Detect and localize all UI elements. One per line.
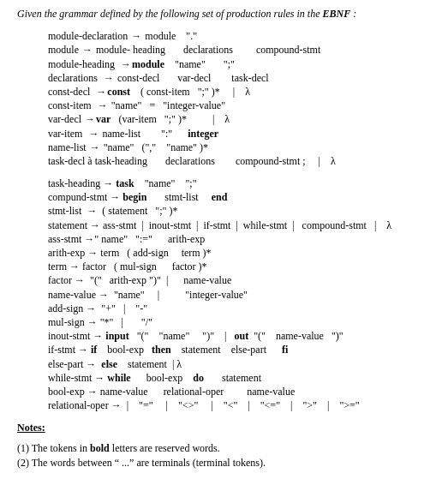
grammar-rule: mul-sign → "*" | "/" bbox=[48, 315, 431, 329]
grammar-rule: name-list → "name" ("," "name" )* bbox=[48, 141, 431, 154]
grammar-rule: add-sign → "+" | "-" bbox=[48, 302, 431, 315]
title-line: Given the grammar defined by the followi… bbox=[17, 7, 431, 21]
grammar-rule: while-stmt → while bool-exp do statement bbox=[48, 371, 431, 385]
grammar-rule: declarations → const-decl var-decl task-… bbox=[48, 71, 431, 85]
grammar-rule: task-heading → task "name" ";" bbox=[48, 177, 431, 190]
grammar-rule: module-heading →module "name" ";" bbox=[48, 57, 431, 71]
grammar-rule: else-part → else statement | λ bbox=[48, 357, 431, 371]
note-1: (1) The tokens in bold letters are reser… bbox=[17, 441, 431, 455]
grammar-rule: name-value → "name" | "integer-value" bbox=[48, 288, 431, 302]
grammar-rule: ass-stmt →" name" ":=" arith-exp bbox=[48, 232, 431, 246]
grammar-rule: inout-stmt → input "(" "name" ")" | out … bbox=[48, 329, 431, 343]
title-text: Given the grammar defined by the followi… bbox=[17, 8, 323, 20]
ebnf-label: EBNF bbox=[323, 8, 351, 20]
grammar-rule: const-item → "name" = "integer-value" bbox=[48, 99, 431, 112]
grammar-rule: bool-exp → name-value relational-oper na… bbox=[48, 385, 431, 398]
grammar-block-b: task-heading → task "name" ";"compund-st… bbox=[48, 177, 431, 412]
note-2: (2) The words between “ ...” are termina… bbox=[17, 456, 431, 470]
grammar-rule: relational-oper → | "=" | "<>" | "<" | "… bbox=[48, 398, 431, 412]
grammar-rule: term → factor ( mul-sign factor )* bbox=[48, 260, 431, 273]
grammar-rule: factor → "(" arith-exp ")" | name-value bbox=[48, 273, 431, 287]
grammar-rule: task-decl à task-heading declarations co… bbox=[48, 154, 431, 168]
grammar-rule: stmt-list → ( statement ";" )* bbox=[48, 204, 431, 218]
grammar-rule: var-item → name-list ":" integer bbox=[48, 127, 431, 141]
grammar-rule: module → module- heading declarations co… bbox=[48, 43, 431, 57]
grammar-block-a: module-declaration → module "."module → … bbox=[48, 29, 431, 168]
grammar-rule: if-stmt → if bool-exp then statement els… bbox=[48, 343, 431, 356]
grammar-rule: const-decl →const ( const-item ";" )* | … bbox=[48, 85, 431, 99]
grammar-rule: arith-exp → term ( add-sign term )* bbox=[48, 246, 431, 260]
grammar-rule: var-decl →var (var-item ";" )* | λ bbox=[48, 112, 431, 126]
notes-list: (1) The tokens in bold letters are reser… bbox=[17, 441, 431, 469]
notes-heading: Notes: bbox=[17, 421, 431, 434]
title-tail: : bbox=[350, 8, 356, 20]
grammar-rule: module-declaration → module "." bbox=[48, 29, 431, 43]
grammar-rule: statement → ass-stmt | inout-stmt | if-s… bbox=[48, 219, 431, 232]
grammar-rule: compund-stmt → begin stmt-list end bbox=[48, 190, 431, 204]
